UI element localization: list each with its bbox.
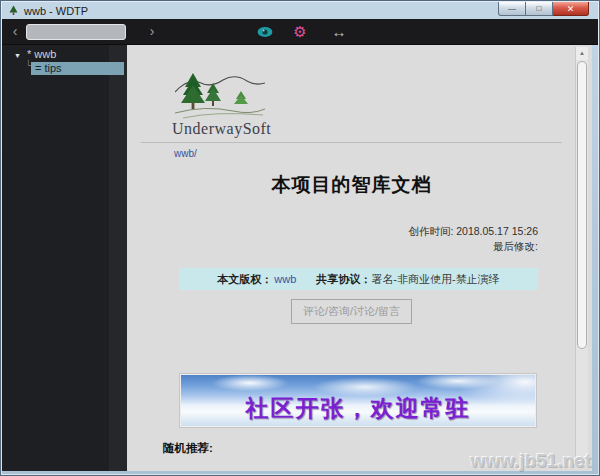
license-terms-link[interactable]: 署名-非商业使用-禁止演绎 (371, 273, 499, 285)
file-tree-panel: ▼ * wwb └ =tips (2, 45, 127, 471)
settings-button[interactable]: ⚙ (292, 24, 308, 40)
scroll-up-icon[interactable]: ▲ (576, 47, 588, 60)
page-title: 本项目的智库文档 (141, 172, 562, 198)
random-recommend-label: 随机推荐: (163, 441, 213, 456)
created-time: 创作时间: 2018.05.17 15:26 (141, 224, 538, 239)
logo-wordmark: UnderwaySoft (172, 120, 271, 138)
eye-icon (257, 26, 273, 38)
breadcrumb-link[interactable]: wwb/ (174, 148, 197, 159)
close-button[interactable]: ✕ (553, 2, 589, 16)
doc-bullet-icon: = (35, 62, 41, 74)
copyright-bar: 本文版权：wwb共享协议：署名-非商业使用-禁止演绎 (179, 268, 538, 290)
app-window: wwb - WDTP — □ ✕ ‹ › ⚙ ↔ ▼ * wwb (0, 0, 600, 476)
header-divider (141, 142, 562, 143)
comment-button[interactable]: 评论/咨询/讨论/留言 (291, 299, 412, 324)
tree-item-wwb[interactable]: ▼ * wwb (2, 48, 127, 61)
expand-panel-button[interactable]: ↔ (331, 24, 347, 40)
tree-item-label: tips (44, 62, 61, 74)
tree-root-label: * wwb (27, 48, 56, 61)
community-banner[interactable]: 社区开张，欢迎常驻 (179, 373, 537, 428)
resize-arrows-icon: ↔ (332, 24, 347, 40)
underwaysoft-logo-image (175, 66, 265, 121)
window-title: wwb - WDTP (24, 5, 88, 17)
tree-item-tips-selected[interactable]: =tips (31, 62, 124, 75)
title-bar: wwb - WDTP — □ ✕ (2, 2, 598, 19)
search-input[interactable] (26, 24, 126, 40)
scrollbar-thumb[interactable] (577, 61, 587, 349)
gear-icon: ⚙ (293, 24, 306, 40)
comment-button-row: 评论/咨询/讨论/留言 (141, 299, 562, 324)
copyright-label: 本文版权： (217, 273, 272, 285)
copyright-owner-link[interactable]: wwb (274, 273, 296, 285)
app-icon (8, 5, 19, 16)
collapse-triangle-icon[interactable]: ▼ (14, 49, 21, 62)
license-label: 共享协议： (316, 273, 371, 285)
banner-text: 社区开张，欢迎常驻 (180, 393, 536, 424)
toolbar: ‹ › ⚙ ↔ (2, 19, 598, 45)
preview-panel: UnderwaySoft wwb/ 本项目的智库文档 创作时间: 2018.05… (127, 45, 592, 471)
modified-time: 最后修改: (141, 239, 538, 254)
tree-item-tips[interactable]: └ =tips (2, 62, 127, 75)
forward-button[interactable]: › (145, 22, 159, 40)
window-controls: — □ ✕ (498, 2, 589, 16)
doc-meta: 创作时间: 2018.05.17 15:26 最后修改: (141, 224, 538, 254)
maximize-button[interactable]: □ (526, 2, 553, 16)
preview-button[interactable] (257, 24, 273, 40)
back-button[interactable]: ‹ (8, 22, 22, 40)
vertical-scrollbar[interactable]: ▲ (575, 47, 588, 463)
minimize-button[interactable]: — (498, 2, 526, 16)
